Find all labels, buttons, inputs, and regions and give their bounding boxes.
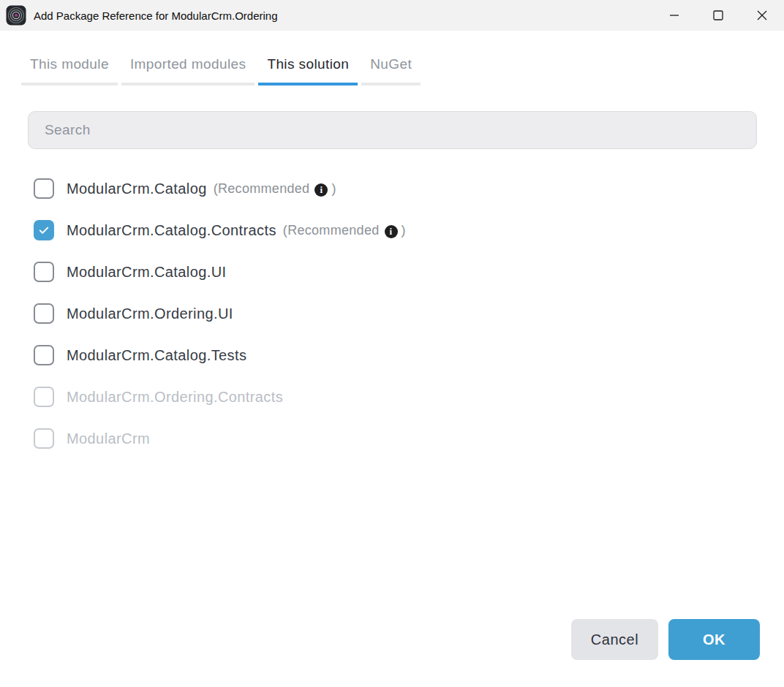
tab-underline: [21, 83, 118, 86]
package-list: ModularCrm.Catalog (Recommended i ) Modu…: [34, 178, 784, 449]
window-controls: [652, 0, 784, 31]
minimize-icon: [668, 10, 680, 21]
package-name: ModularCrm.Ordering.UI: [67, 305, 233, 322]
close-icon: [756, 10, 768, 21]
package-row: ModularCrm.Catalog.Contracts (Recommende…: [34, 220, 784, 240]
package-checkbox[interactable]: [34, 303, 54, 324]
ok-button[interactable]: OK: [668, 619, 760, 660]
package-name: ModularCrm.Catalog.Contracts: [67, 222, 276, 239]
package-row: ModularCrm.Ordering.Contracts: [34, 387, 784, 407]
package-row: ModularCrm.Catalog.UI: [34, 262, 784, 282]
tab-this-module[interactable]: This module: [21, 55, 118, 86]
recommended-close-paren: ): [331, 181, 336, 197]
recommended-badge: (Recommended i ): [214, 181, 336, 197]
tab-label: Imported modules: [121, 55, 255, 74]
package-checkbox: [34, 387, 54, 407]
maximize-icon: [712, 10, 724, 21]
recommended-close-paren: ): [402, 223, 406, 238]
package-name: ModularCrm: [67, 430, 150, 447]
package-name: ModularCrm.Ordering.Contracts: [67, 389, 283, 406]
checkmark-icon: [37, 224, 50, 237]
tab-label: This module: [21, 55, 118, 74]
package-row: ModularCrm.Catalog.Tests: [34, 345, 784, 365]
package-row: ModularCrm.Ordering.UI: [34, 303, 784, 324]
package-checkbox[interactable]: [34, 345, 54, 365]
info-icon[interactable]: i: [314, 183, 328, 197]
tab-label: NuGet: [361, 55, 421, 74]
recommended-text: (Recommended: [214, 181, 310, 197]
window-title: Add Package Reference for ModularCrm.Ord…: [34, 10, 278, 22]
tab-bar: This module Imported modules This soluti…: [21, 55, 784, 86]
titlebar: Add Package Reference for ModularCrm.Ord…: [0, 0, 784, 31]
minimize-button[interactable]: [652, 0, 696, 31]
tab-underline: [361, 83, 421, 86]
tab-this-solution[interactable]: This solution: [258, 55, 358, 86]
recommended-text: (Recommended: [283, 223, 380, 238]
package-checkbox[interactable]: [34, 262, 54, 282]
tab-imported-modules[interactable]: Imported modules: [121, 55, 255, 86]
package-name: ModularCrm.Catalog: [67, 181, 207, 197]
abp-studio-logo-icon: [6, 5, 26, 26]
tab-label: This solution: [258, 55, 358, 74]
package-name: ModularCrm.Catalog.Tests: [67, 347, 246, 364]
cancel-button[interactable]: Cancel: [571, 619, 658, 660]
package-name: ModularCrm.Catalog.UI: [67, 264, 226, 281]
package-checkbox[interactable]: [34, 178, 54, 199]
maximize-button[interactable]: [696, 0, 740, 31]
add-package-reference-dialog: Add Package Reference for ModularCrm.Ord…: [0, 0, 784, 687]
package-row: ModularCrm: [34, 428, 784, 449]
tab-underline: [258, 83, 358, 86]
close-button[interactable]: [740, 0, 784, 31]
package-checkbox: [34, 428, 54, 449]
info-icon[interactable]: i: [385, 225, 398, 238]
search-container: [28, 111, 757, 149]
tab-underline: [121, 83, 255, 86]
package-row: ModularCrm.Catalog (Recommended i ): [34, 178, 784, 199]
tab-nuget[interactable]: NuGet: [361, 55, 421, 86]
package-checkbox[interactable]: [34, 220, 54, 240]
dialog-footer: Cancel OK: [571, 619, 760, 660]
recommended-badge: (Recommended i ): [283, 223, 406, 238]
search-input[interactable]: [28, 111, 757, 149]
